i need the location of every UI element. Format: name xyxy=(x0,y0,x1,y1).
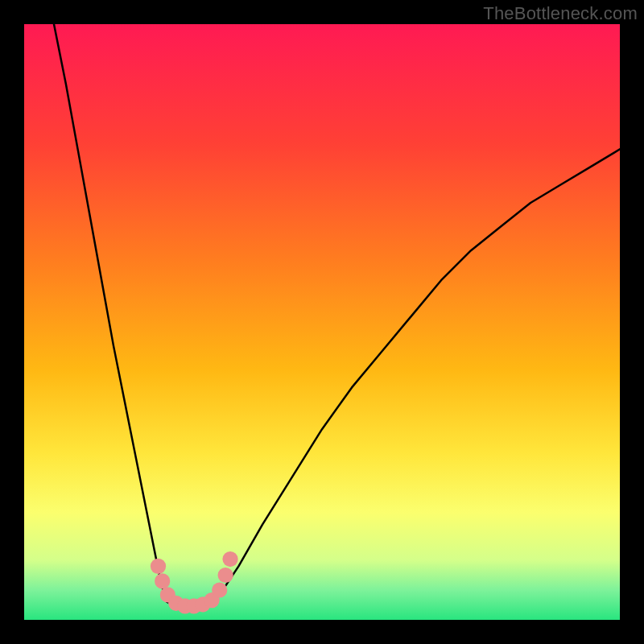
chart-background xyxy=(24,24,620,620)
marker-dot xyxy=(212,582,227,597)
marker-dot xyxy=(155,573,170,588)
watermark-text: TheBottleneck.com xyxy=(483,3,638,24)
marker-dot xyxy=(222,551,237,567)
marker-dot xyxy=(151,559,166,574)
plot-area xyxy=(24,24,620,620)
chart-svg xyxy=(24,24,620,620)
marker-dot xyxy=(218,568,233,583)
chart-frame: TheBottleneck.com xyxy=(0,0,644,644)
